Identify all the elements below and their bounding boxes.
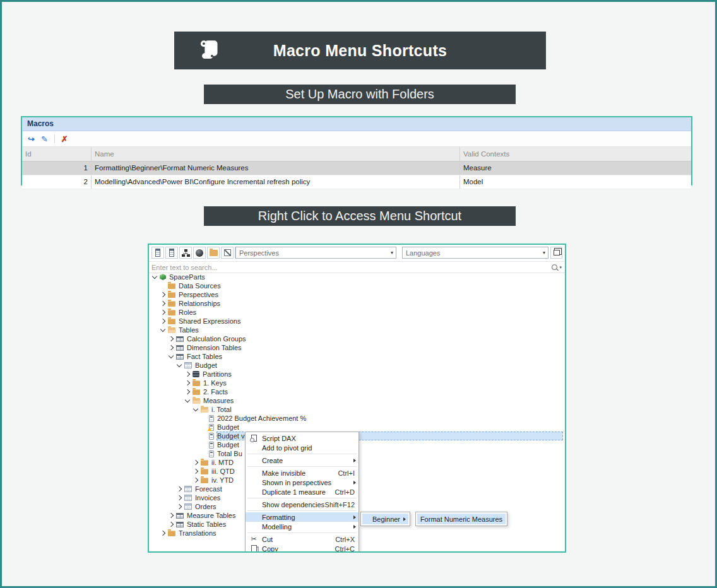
chevron-right-icon[interactable] [193, 460, 198, 465]
partitions-filter-icon [196, 249, 203, 257]
submenu-arrow-icon [353, 459, 356, 462]
submenu-arrow-icon [353, 515, 356, 519]
chevron-down-icon[interactable] [185, 397, 190, 403]
delete-icon[interactable]: ✗ [61, 135, 68, 143]
tree-item[interactable]: Partitions [149, 370, 565, 379]
tree-item-row: i. Total [211, 405, 563, 414]
tree-item[interactable]: Shared Expressions [149, 317, 565, 326]
tree-item-row: Budget [194, 361, 563, 370]
chevron-right-icon[interactable] [169, 336, 174, 341]
menu-separator [247, 532, 357, 533]
chevron-down-icon[interactable] [169, 353, 174, 358]
menu-item-formatting[interactable]: Formatting [246, 512, 358, 522]
measures-filter-icon [155, 249, 160, 257]
menu-item-duplicate-1-measure[interactable]: Duplicate 1 measureCtrl+D [246, 487, 358, 497]
toolbar-toggle-measures-filter-icon[interactable] [151, 247, 164, 259]
tree-item[interactable]: Perspectives [149, 290, 565, 299]
chevron-right-icon[interactable] [169, 522, 174, 527]
tree-item-label: Data Sources [179, 282, 221, 290]
menu-item-label: Script DAX [262, 435, 358, 442]
chevron-right-icon[interactable] [160, 292, 165, 297]
chevron-right-icon[interactable] [160, 319, 165, 324]
tree-item[interactable]: Relationships [149, 299, 565, 308]
column-header-valid-contexts[interactable]: Valid Contexts [460, 147, 691, 161]
menu-item-add-to-pivot-grid[interactable]: Add to pivot grid [246, 443, 358, 452]
chevron-right-icon[interactable] [185, 372, 190, 377]
folder-icon [201, 469, 208, 474]
menu-item-shown-in-perspectives[interactable]: Shown in perspectives [246, 478, 358, 487]
context-menu: Script DAXAdd to pivot gridCreateMake in… [245, 432, 359, 553]
menu-shortcut: Ctrl+D [335, 488, 358, 496]
macro-row[interactable]: 1Formatting\Beginner\Format Numeric Meas… [22, 162, 691, 175]
toolbar-toggle-folders-filter-icon[interactable] [207, 247, 220, 259]
menu-item-cut[interactable]: ✂CutCtrl+X [246, 534, 358, 544]
table2-icon [176, 513, 184, 519]
tree-item-label: i. Total [211, 406, 232, 413]
toolbar-toggle-partitions-filter-icon[interactable] [193, 247, 206, 259]
tree-item[interactable]: Tables [149, 326, 565, 334]
search-icon[interactable] [552, 264, 557, 270]
tree-item[interactable]: i. Total [149, 405, 565, 414]
chevron-right-icon[interactable] [177, 495, 182, 500]
tree-item[interactable]: Measures [149, 396, 565, 405]
tree-item[interactable]: Budget [149, 361, 565, 370]
languages-dropdown[interactable]: Languages ▾ [402, 247, 548, 259]
tree-item[interactable]: Budget [149, 423, 565, 432]
search-bar: ▾ [149, 262, 565, 273]
chevron-right-icon[interactable] [177, 504, 182, 509]
menu-item-create[interactable]: Create [246, 456, 358, 465]
tree-item-row: Tables [178, 326, 563, 334]
column-header-name[interactable]: Name [92, 147, 460, 161]
chevron-right-icon[interactable] [160, 301, 165, 306]
tree-item[interactable]: 2. Facts [149, 387, 565, 396]
chevron-down-icon[interactable] [177, 362, 182, 367]
tree-item-label: Calculation Groups [187, 335, 246, 343]
search-input[interactable] [149, 264, 552, 271]
menu-item-copy[interactable]: CopyCtrl+C [246, 544, 358, 553]
chevron-right-icon[interactable] [185, 380, 190, 385]
chevron-right-icon[interactable] [193, 469, 198, 474]
chevron-right-icon[interactable] [193, 478, 198, 483]
tree-item[interactable]: Roles [149, 308, 565, 317]
chevron-right-icon[interactable] [160, 531, 165, 536]
chevron-right-icon[interactable] [160, 310, 165, 315]
toolbar-toggle-hierarchies-filter-icon[interactable] [179, 247, 192, 259]
tree-item[interactable]: Data Sources [149, 281, 565, 290]
chevron-right-icon[interactable] [169, 345, 174, 350]
macros-grid-body: 1Formatting\Beginner\Format Numeric Meas… [22, 162, 691, 189]
tree-item[interactable]: Dimension Tables [149, 343, 565, 352]
chevron-down-icon[interactable] [193, 406, 198, 411]
tree-item[interactable]: Calculation Groups [149, 334, 565, 343]
search-options-arrow-icon[interactable]: ▾ [559, 265, 562, 270]
partition-icon [193, 371, 199, 377]
menu-item-beginner[interactable]: Beginner [362, 514, 408, 524]
tree-item[interactable]: Fact Tables [149, 352, 565, 361]
menu-item-format-numeric-measures[interactable]: Format Numeric Measures [417, 514, 506, 524]
chevron-right-icon[interactable] [185, 389, 190, 394]
tree-item[interactable]: SpaceParts [149, 273, 565, 281]
chevron-down-icon[interactable] [160, 327, 165, 332]
properties-window-button[interactable] [550, 247, 562, 259]
toolbar-toggle-columns-filter-icon[interactable] [165, 247, 178, 259]
chevron-right-icon[interactable] [169, 513, 174, 518]
tree-item[interactable]: 1. Keys [149, 379, 565, 387]
tree-item-label: Budget [217, 441, 239, 449]
tree-item-label: Perspectives [179, 291, 218, 298]
tree-item-label: Budget [195, 362, 217, 369]
menu-item-script-dax[interactable]: Script DAX [246, 433, 358, 443]
toolbar-toggle-hidden-objects-filter-icon[interactable] [221, 247, 234, 259]
tree-item[interactable]: 2022 Budget Achievement % [149, 414, 565, 423]
edit-icon[interactable]: ✎ [41, 135, 48, 143]
perspectives-dropdown[interactable]: Perspectives ▾ [235, 247, 396, 259]
tree-item-label: Tables [179, 326, 199, 334]
macro-row[interactable]: 2Modelling\Advanced\Power BI\Configure I… [22, 175, 691, 189]
chevron-right-icon[interactable] [177, 486, 182, 491]
menu-item-make-invisible[interactable]: Make invisibleCtrl+I [246, 468, 358, 478]
chevron-down-icon[interactable] [152, 274, 157, 279]
grid-icon [184, 495, 192, 501]
refresh-icon[interactable]: ↪ [28, 135, 35, 143]
column-header-id[interactable]: Id [22, 147, 92, 161]
menu-item-show-dependencies[interactable]: Show dependenciesShift+F12 [246, 500, 358, 509]
submenu-arrow-icon [353, 525, 356, 529]
menu-item-modelling[interactable]: Modelling [246, 522, 358, 531]
